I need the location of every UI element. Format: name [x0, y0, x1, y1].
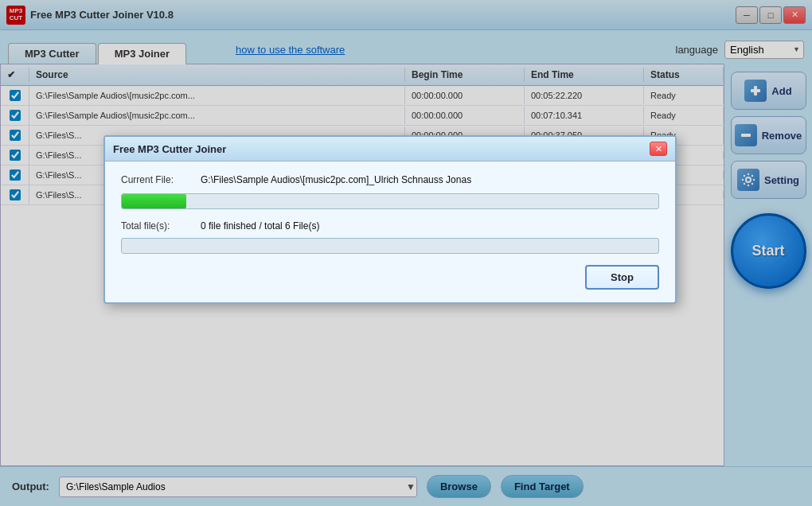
dialog-overlay: Free MP3 Cutter Joiner ✕ Current File: G… — [0, 0, 812, 506]
current-progress-fill — [122, 194, 186, 208]
current-file-value: G:\Files\Sample Audios\[music2pc.com]_Ul… — [201, 174, 471, 185]
stop-button[interactable]: Stop — [585, 265, 659, 290]
dialog-title: Free MP3 Cutter Joiner — [113, 143, 226, 155]
progress-dialog: Free MP3 Cutter Joiner ✕ Current File: G… — [103, 135, 677, 304]
current-progress-bar — [121, 193, 659, 209]
dialog-close-button[interactable]: ✕ — [650, 142, 667, 156]
total-files-value: 0 file finished / total 6 File(s) — [201, 220, 319, 232]
dialog-title-bar: Free MP3 Cutter Joiner ✕ — [105, 137, 675, 162]
current-file-row: Current File: G:\Files\Sample Audios\[mu… — [121, 174, 659, 185]
dialog-body: Current File: G:\Files\Sample Audios\[mu… — [105, 162, 675, 302]
current-file-label: Current File: — [121, 174, 201, 185]
total-files-label: Total file(s): — [121, 220, 201, 232]
stop-row: Stop — [121, 265, 659, 290]
total-progress-bar — [121, 238, 659, 254]
total-files-row: Total file(s): 0 file finished / total 6… — [121, 220, 659, 232]
